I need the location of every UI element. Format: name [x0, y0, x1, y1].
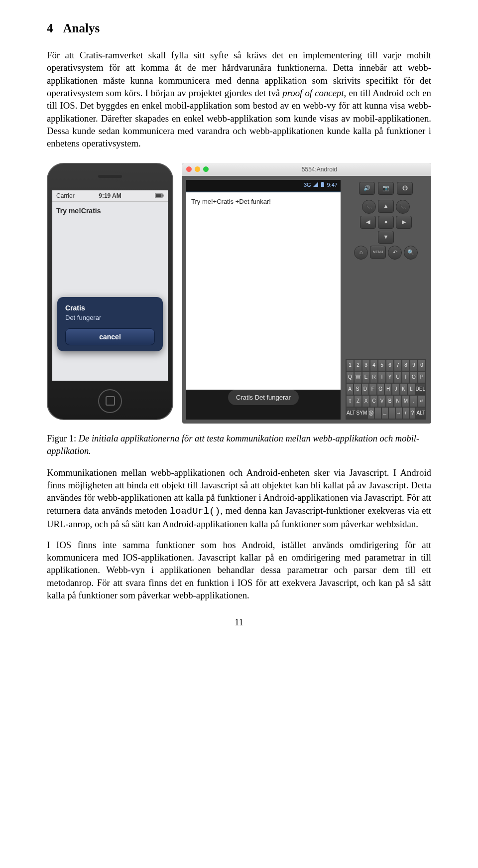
android-network-label: 3G	[304, 181, 311, 189]
key-T[interactable]: T	[378, 371, 386, 383]
figure-caption-text: De initiala applikationerna för att test…	[47, 434, 419, 456]
figure-label: Figur 1:	[47, 434, 76, 443]
iphone-simulator: Carrier 9:19 AM Try me!Cratis Cratis Det…	[47, 163, 173, 420]
key-H[interactable]: H	[384, 383, 392, 395]
key-C[interactable]: C	[370, 395, 378, 407]
key-SYM[interactable]: SYM	[356, 407, 368, 419]
call-icon: 📞	[365, 203, 372, 210]
close-icon[interactable]	[186, 166, 192, 172]
iphone-speaker	[98, 175, 122, 178]
key-6[interactable]: 6	[386, 359, 394, 371]
key-2[interactable]: 2	[354, 359, 362, 371]
key-F[interactable]: F	[369, 383, 376, 395]
search-button[interactable]: 🔍	[404, 246, 418, 260]
emulator-title: 5554:Android	[212, 165, 427, 173]
camera-button[interactable]: 📷	[378, 182, 394, 195]
ios-alert-cancel-button[interactable]: cancel	[65, 328, 155, 345]
svg-rect-2	[163, 194, 164, 196]
key-Q[interactable]: Q	[346, 371, 354, 383]
menu-button[interactable]: MENU	[370, 246, 386, 259]
key-⎵[interactable]: ⎵	[381, 407, 388, 419]
key-⇧[interactable]: ⇧	[346, 395, 354, 407]
back-icon: ↶	[393, 249, 397, 256]
emulator-controls: 🔊 📷 ⏻ 📞 ▲ 📞 ◀ ●	[345, 180, 427, 420]
key-↵[interactable]: ↵	[418, 395, 426, 407]
power-button[interactable]: ⏻	[397, 182, 413, 195]
key-N[interactable]: N	[394, 395, 402, 407]
home-icon: ⌂	[359, 249, 363, 256]
key-@[interactable]: @	[367, 407, 374, 419]
key-ALT[interactable]: ALT	[346, 407, 356, 419]
svg-rect-4	[322, 182, 323, 182]
back-button[interactable]: ↶	[388, 246, 402, 260]
key-0[interactable]: 0	[418, 359, 426, 371]
key-X[interactable]: X	[362, 395, 370, 407]
section-heading: 4Analys	[47, 20, 431, 37]
key-1[interactable]: 1	[346, 359, 354, 371]
key-space[interactable]	[388, 407, 395, 419]
key-/[interactable]: /	[402, 407, 409, 419]
key-P[interactable]: P	[418, 371, 426, 383]
dpad-center[interactable]: ●	[378, 216, 394, 229]
zoom-icon[interactable]	[203, 166, 209, 172]
key-E[interactable]: E	[362, 371, 370, 383]
key-S[interactable]: S	[354, 383, 361, 395]
iphone-home-button[interactable]	[98, 389, 122, 413]
key-.[interactable]: .	[410, 395, 418, 407]
dpad-up[interactable]: ▲	[378, 200, 394, 213]
code-loadurl: loadUrl()	[170, 506, 220, 517]
key-space[interactable]	[374, 407, 381, 419]
key-Z[interactable]: Z	[354, 395, 362, 407]
page-number: 11	[47, 616, 431, 628]
endcall-button[interactable]: 📞	[396, 200, 410, 214]
section-title: Analys	[63, 21, 100, 35]
key-5[interactable]: 5	[378, 359, 386, 371]
key-4[interactable]: 4	[370, 359, 378, 371]
key-Y[interactable]: Y	[386, 371, 394, 383]
key-O[interactable]: O	[410, 371, 418, 383]
key-L[interactable]: L	[407, 383, 415, 395]
key-8[interactable]: 8	[402, 359, 410, 371]
key-3[interactable]: 3	[362, 359, 370, 371]
ios-try-text: Try me!Cratis	[52, 202, 168, 220]
dpad-down[interactable]: ▼	[378, 231, 394, 244]
call-button[interactable]: 📞	[362, 200, 376, 214]
key-I[interactable]: I	[402, 371, 410, 383]
figure-1: Carrier 9:19 AM Try me!Cratis Cratis Det…	[47, 163, 431, 457]
battery-icon	[320, 181, 325, 189]
android-toast: Cratis Det fungerar	[228, 390, 299, 406]
volume-button[interactable]: 🔊	[359, 182, 375, 195]
key-U[interactable]: U	[394, 371, 402, 383]
ios-alert-title: Cratis	[65, 304, 155, 312]
key-7[interactable]: 7	[394, 359, 402, 371]
key-9[interactable]: 9	[410, 359, 418, 371]
key-V[interactable]: V	[378, 395, 386, 407]
iphone-screen: Carrier 9:19 AM Try me!Cratis Cratis Det…	[52, 190, 168, 381]
key-B[interactable]: B	[386, 395, 394, 407]
key-?[interactable]: ?	[409, 407, 416, 419]
key-DEL[interactable]: DEL	[415, 383, 426, 395]
home-button[interactable]: ⌂	[354, 246, 368, 260]
key-ALT[interactable]: ALT	[416, 407, 426, 419]
key-W[interactable]: W	[354, 371, 362, 383]
figure-caption: Figur 1: De initiala applikationerna för…	[47, 433, 431, 457]
key-→[interactable]: →	[395, 407, 402, 419]
key-D[interactable]: D	[361, 383, 369, 395]
key-M[interactable]: M	[402, 395, 410, 407]
key-G[interactable]: G	[377, 383, 384, 395]
android-emulator-window: 5554:Android 3G 9:47 Try me!+Cratis +Det…	[182, 163, 431, 424]
signal-icon	[313, 181, 318, 189]
endcall-icon: 📞	[399, 203, 406, 210]
dpad-left[interactable]: ◀	[360, 216, 376, 229]
section-number: 4	[47, 21, 53, 35]
search-icon: 🔍	[407, 249, 414, 256]
emulator-keyboard: 1234567890 QWERTYUIOP ASDFGHJKLDEL ⇧ZXCV…	[346, 359, 426, 420]
key-J[interactable]: J	[392, 383, 399, 395]
minimize-icon[interactable]	[195, 166, 200, 172]
android-clock: 9:47	[327, 181, 338, 189]
key-K[interactable]: K	[400, 383, 407, 395]
key-R[interactable]: R	[370, 371, 378, 383]
dpad-right[interactable]: ▶	[396, 216, 412, 229]
emulator-titlebar: 5554:Android	[182, 163, 431, 176]
key-A[interactable]: A	[346, 383, 354, 395]
